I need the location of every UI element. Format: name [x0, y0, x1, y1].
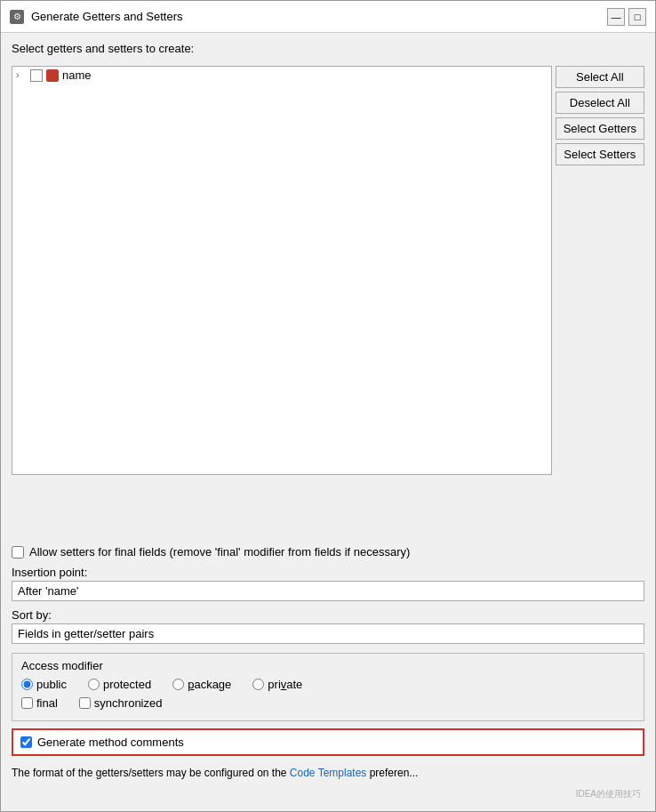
- radio-package-input[interactable]: [172, 679, 184, 690]
- generate-comments-label: Generate method comments: [37, 736, 184, 749]
- title-bar-left: ⚙ Generate Getters and Setters: [10, 10, 183, 24]
- generate-comments-row: Generate method comments: [12, 728, 644, 756]
- tree-arrow: ›: [16, 70, 27, 80]
- insertion-point-row: Insertion point: After 'name': [12, 566, 644, 601]
- select-all-button[interactable]: Select All: [556, 66, 644, 88]
- tree-item-checkbox[interactable]: [30, 69, 43, 82]
- radio-private-label: private: [268, 678, 302, 691]
- allow-setters-row: Allow setters for final fields (remove '…: [12, 545, 644, 559]
- main-area: › name Select All Deselect All Select Ge…: [12, 66, 644, 538]
- modifier-checkbox-row: final synchronized: [21, 696, 635, 710]
- window-title: Generate Getters and Setters: [31, 10, 183, 23]
- radio-package: package: [172, 678, 231, 691]
- watermark: IDEA的使用技巧: [12, 786, 644, 802]
- radio-protected-input[interactable]: [88, 679, 100, 690]
- radio-private: private: [252, 678, 302, 691]
- radio-public-input[interactable]: [21, 679, 33, 690]
- main-window: ⚙ Generate Getters and Setters — □ Selec…: [0, 0, 656, 812]
- radio-protected: protected: [88, 678, 151, 691]
- insertion-point-label: Insertion point:: [12, 566, 644, 579]
- radio-protected-label: protected: [103, 678, 151, 691]
- synchronized-checkbox[interactable]: [79, 697, 91, 709]
- final-label: final: [36, 696, 58, 710]
- title-bar: ⚙ Generate Getters and Setters — □: [1, 1, 655, 33]
- radio-row: public protected package private: [21, 678, 635, 691]
- minimize-button[interactable]: —: [607, 8, 625, 26]
- synchronized-label: synchronized: [94, 696, 163, 710]
- bottom-text: The format of the getters/setters may be…: [12, 767, 644, 779]
- button-panel: Select All Deselect All Select Getters S…: [556, 66, 644, 538]
- section-header: Select getters and setters to create:: [12, 42, 644, 55]
- insertion-point-dropdown[interactable]: After 'name': [12, 581, 644, 601]
- allow-setters-checkbox[interactable]: [12, 546, 24, 559]
- radio-private-input[interactable]: [252, 679, 264, 690]
- code-templates-link[interactable]: Code Templates: [290, 767, 367, 779]
- bottom-text-prefix: The format of the getters/setters may be…: [12, 767, 290, 779]
- sort-by-dropdown[interactable]: Fields in getter/setter pairs: [12, 623, 644, 644]
- sort-by-label: Sort by:: [12, 608, 644, 622]
- tree-panel[interactable]: › name: [12, 66, 552, 475]
- generate-comments-checkbox[interactable]: [20, 736, 32, 748]
- radio-public: public: [21, 678, 67, 691]
- access-modifier-title: Access modifier: [21, 659, 635, 672]
- select-getters-button[interactable]: Select Getters: [556, 117, 644, 140]
- select-setters-button[interactable]: Select Setters: [556, 143, 644, 165]
- tree-item-name[interactable]: › name: [12, 67, 551, 84]
- window-icon: ⚙: [10, 10, 24, 24]
- final-checkbox[interactable]: [21, 697, 33, 709]
- deselect-all-button[interactable]: Deselect All: [556, 92, 644, 114]
- final-checkbox-item: final: [21, 696, 58, 710]
- tree-item-label: name: [62, 68, 92, 82]
- bottom-text-suffix: preferen...: [366, 767, 418, 779]
- maximize-button[interactable]: □: [628, 8, 646, 26]
- title-controls: — □: [607, 8, 646, 26]
- content-area: Select getters and setters to create: › …: [1, 33, 655, 811]
- synchronized-checkbox-item: synchronized: [79, 696, 163, 710]
- allow-setters-label: Allow setters for final fields (remove '…: [29, 545, 410, 559]
- radio-public-label: public: [36, 678, 67, 691]
- radio-package-label: package: [188, 678, 231, 691]
- access-modifier-group: Access modifier public protected package: [12, 653, 644, 721]
- sort-by-row: Sort by: Fields in getter/setter pairs: [12, 608, 644, 644]
- field-icon: [46, 69, 59, 82]
